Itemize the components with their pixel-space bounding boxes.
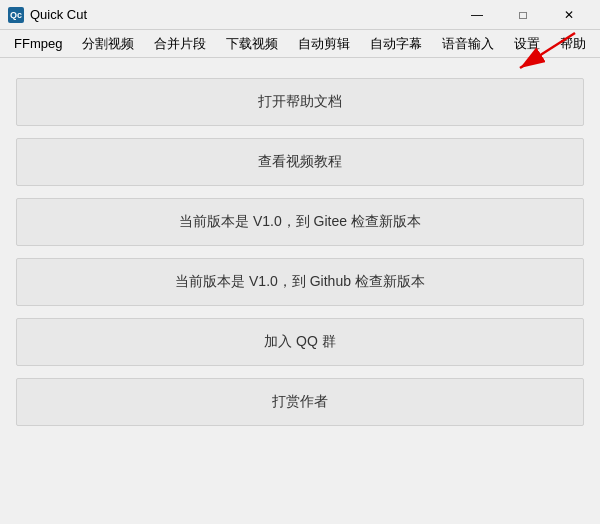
menu-auto-cut[interactable]: 自动剪辑: [288, 30, 360, 57]
menu-split[interactable]: 分割视频: [72, 30, 144, 57]
minimize-button[interactable]: —: [454, 0, 500, 30]
main-content: 打开帮助文档 查看视频教程 当前版本是 V1.0，到 Gitee 检查新版本 当…: [0, 58, 600, 446]
title-bar: Qc Quick Cut — □ ✕: [0, 0, 600, 30]
maximize-button[interactable]: □: [500, 0, 546, 30]
close-button[interactable]: ✕: [546, 0, 592, 30]
title-bar-left: Qc Quick Cut: [8, 7, 87, 23]
menu-download[interactable]: 下载视频: [216, 30, 288, 57]
join-qq-button[interactable]: 加入 QQ 群: [16, 318, 584, 366]
menu-settings[interactable]: 设置: [504, 30, 550, 57]
menu-bar: FFmpeg 分割视频 合并片段 下载视频 自动剪辑 自动字幕 语音输入 设置 …: [0, 30, 600, 58]
title-bar-controls: — □ ✕: [454, 0, 592, 30]
check-gitee-button[interactable]: 当前版本是 V1.0，到 Gitee 检查新版本: [16, 198, 584, 246]
app-icon: Qc: [8, 7, 24, 23]
menu-voice-input[interactable]: 语音输入: [432, 30, 504, 57]
check-github-button[interactable]: 当前版本是 V1.0，到 Github 检查新版本: [16, 258, 584, 306]
menu-ffmpeg[interactable]: FFmpeg: [4, 30, 72, 57]
app-title: Quick Cut: [30, 7, 87, 22]
menu-merge[interactable]: 合并片段: [144, 30, 216, 57]
reward-button[interactable]: 打赏作者: [16, 378, 584, 426]
watch-tutorial-button[interactable]: 查看视频教程: [16, 138, 584, 186]
open-help-button[interactable]: 打开帮助文档: [16, 78, 584, 126]
menu-help[interactable]: 帮助: [550, 30, 596, 57]
menu-auto-subtitle[interactable]: 自动字幕: [360, 30, 432, 57]
app-window: Qc Quick Cut — □ ✕ FFmpeg 分割视频 合并片段 下载视频…: [0, 0, 600, 446]
